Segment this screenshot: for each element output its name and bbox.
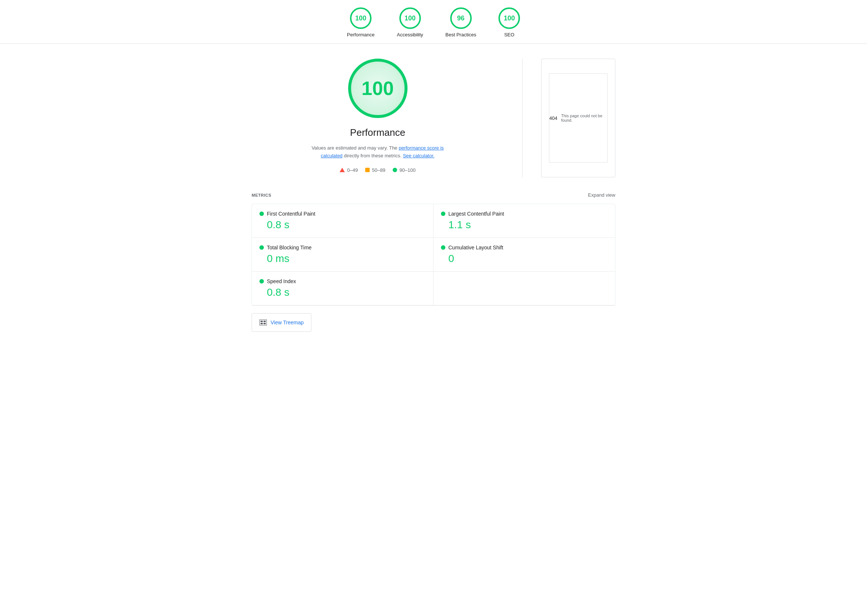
top-score-accessibility[interactable]: 100 Accessibility bbox=[397, 8, 423, 38]
vertical-divider bbox=[522, 59, 523, 178]
main-score-circle: 100 bbox=[348, 59, 407, 118]
legend-average: 50–89 bbox=[365, 167, 385, 173]
metric-value-lcp: 1.1 s bbox=[441, 219, 608, 231]
error-display: 404 This page could not be found. bbox=[549, 113, 607, 123]
left-panel: 100 Performance Values are estimated and… bbox=[251, 59, 504, 173]
legend-fail-range: 0–49 bbox=[347, 167, 358, 173]
metrics-grid: First Contentful Paint 0.8 s Largest Con… bbox=[252, 204, 615, 305]
metric-name-row-si: Speed Index bbox=[259, 278, 426, 284]
metrics-grid-container: First Contentful Paint 0.8 s Largest Con… bbox=[251, 204, 616, 306]
metric-name-fcp: First Contentful Paint bbox=[267, 211, 316, 217]
performance-section: 100 Performance Values are estimated and… bbox=[251, 59, 616, 178]
screenshot-panel: 404 This page could not be found. bbox=[541, 59, 616, 178]
top-scores-bar: 100 Performance 100 Accessibility 96 Bes… bbox=[0, 0, 867, 44]
score-circle-seo: 100 bbox=[498, 8, 520, 29]
score-label-best-practices: Best Practices bbox=[445, 32, 476, 38]
treemap-button[interactable]: View Treemap bbox=[251, 313, 311, 332]
treemap-label: View Treemap bbox=[270, 319, 303, 325]
desc-text-before: Values are estimated and may vary. The bbox=[311, 145, 399, 151]
score-circle-accessibility: 100 bbox=[399, 8, 421, 29]
metric-name-row-lcp: Largest Contentful Paint bbox=[441, 211, 608, 217]
metric-card-fcp: First Contentful Paint 0.8 s bbox=[252, 204, 433, 238]
metric-card-empty bbox=[433, 272, 615, 305]
performance-description: Values are estimated and may vary. The p… bbox=[307, 145, 448, 160]
legend-average-range: 50–89 bbox=[372, 167, 385, 173]
metric-name-lcp: Largest Contentful Paint bbox=[448, 211, 504, 217]
score-label-accessibility: Accessibility bbox=[397, 32, 423, 38]
performance-title: Performance bbox=[350, 127, 405, 138]
screenshot-inner: 404 This page could not be found. bbox=[549, 74, 608, 163]
metric-card-si: Speed Index 0.8 s bbox=[252, 272, 433, 305]
treemap-icon bbox=[259, 319, 267, 325]
metric-name-si: Speed Index bbox=[267, 278, 296, 284]
metric-card-lcp: Largest Contentful Paint 1.1 s bbox=[433, 204, 615, 238]
metric-name-row-tbt: Total Blocking Time bbox=[259, 245, 426, 250]
metric-dot-cls bbox=[441, 245, 445, 250]
legend-pass: 90–100 bbox=[393, 167, 415, 173]
calculator-link[interactable]: See calculator. bbox=[403, 153, 434, 159]
metrics-header: METRICS Expand view bbox=[251, 192, 616, 199]
score-circle-performance: 100 bbox=[350, 8, 372, 29]
top-score-performance[interactable]: 100 Performance bbox=[347, 8, 374, 38]
desc-text-middle: directly from these metrics. bbox=[342, 153, 403, 159]
fail-icon bbox=[339, 168, 345, 172]
top-score-best-practices[interactable]: 96 Best Practices bbox=[445, 8, 476, 38]
top-score-seo[interactable]: 100 SEO bbox=[498, 8, 520, 38]
metric-name-row-cls: Cumulative Layout Shift bbox=[441, 245, 608, 250]
metric-value-cls: 0 bbox=[441, 253, 608, 265]
score-legend: 0–49 50–89 90–100 bbox=[339, 167, 415, 173]
legend-fail: 0–49 bbox=[339, 167, 358, 173]
metric-dot-lcp bbox=[441, 212, 445, 216]
error-code: 404 bbox=[549, 115, 558, 121]
metric-card-tbt: Total Blocking Time 0 ms bbox=[252, 238, 433, 272]
metric-name-tbt: Total Blocking Time bbox=[267, 245, 312, 250]
metric-value-fcp: 0.8 s bbox=[259, 219, 426, 231]
score-label-seo: SEO bbox=[504, 32, 514, 38]
average-icon bbox=[365, 168, 370, 172]
expand-view-button[interactable]: Expand view bbox=[588, 192, 616, 198]
pass-icon bbox=[393, 168, 397, 172]
main-content: 100 Performance Values are estimated and… bbox=[229, 44, 638, 347]
score-label-performance: Performance bbox=[347, 32, 374, 38]
metrics-label: METRICS bbox=[251, 193, 271, 197]
metrics-section: METRICS Expand view First Contentful Pai… bbox=[251, 192, 616, 332]
main-score-value: 100 bbox=[361, 77, 394, 99]
metric-name-cls: Cumulative Layout Shift bbox=[448, 245, 503, 250]
metric-dot-si bbox=[259, 279, 264, 283]
metric-value-si: 0.8 s bbox=[259, 286, 426, 299]
score-circle-best-practices: 96 bbox=[450, 8, 472, 29]
metric-card-cls: Cumulative Layout Shift 0 bbox=[433, 238, 615, 272]
metric-value-tbt: 0 ms bbox=[259, 253, 426, 265]
metric-name-row-fcp: First Contentful Paint bbox=[259, 211, 426, 217]
error-message: This page could not be found. bbox=[561, 113, 607, 123]
legend-pass-range: 90–100 bbox=[399, 167, 415, 173]
metric-dot-tbt bbox=[259, 245, 264, 250]
metric-dot-fcp bbox=[259, 212, 264, 216]
